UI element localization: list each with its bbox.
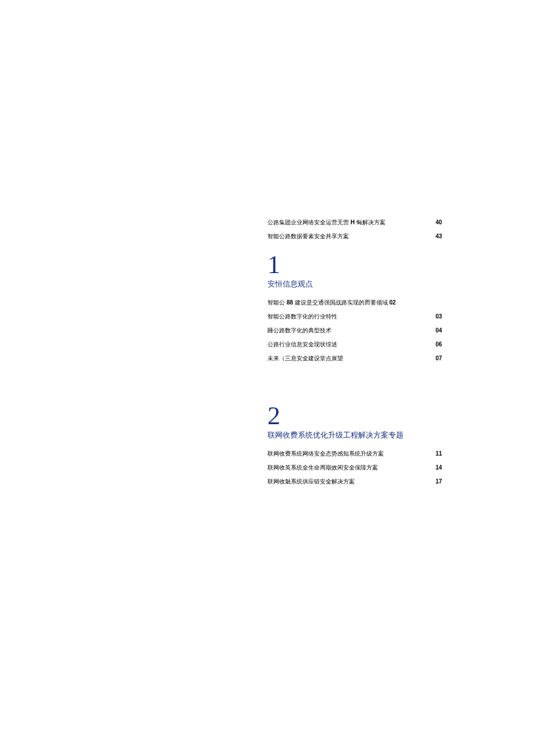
toc-page-number: 14 — [428, 464, 442, 472]
toc-label-part: 蝇解决方案 — [355, 219, 386, 225]
toc-label: 智能公路数据要素安全共享方案 — [268, 232, 428, 241]
toc-page-number: 06 — [428, 341, 442, 349]
toc-label-bold: 88 — [287, 299, 293, 306]
toc-label-part: 建设是交通强国战路实现的而要领域 — [293, 299, 390, 306]
toc-page-number: 07 — [428, 354, 442, 363]
toc-label-part: 智能公 — [268, 299, 287, 306]
toc-label: 睡公路数字化的典型技术 — [268, 327, 428, 335]
toc-entry: 公路行业信息安全现状综述 06 — [268, 341, 442, 349]
toc-label: 公路行业信息安全现状综述 — [268, 341, 428, 349]
chapter-title: 安恒信息观点 — [268, 279, 442, 289]
document-page: 公路集团企业网络安全运营无营 H 蝇解决方案 40 智能公路数据要素安全共享方案… — [0, 0, 535, 756]
toc-page-number: 11 — [428, 450, 442, 458]
chapter-title: 联网收费系统优化升级工程解决方案专题 — [268, 430, 442, 440]
toc-entry: 公路集团企业网络安全运营无营 H 蝇解决方案 40 — [268, 218, 442, 227]
toc-page-number: 04 — [428, 327, 442, 335]
chapter-number: 1 — [268, 252, 442, 278]
toc-label-bold: 02 — [389, 299, 395, 306]
toc-label: 联网收费系统网络安全态势感知系统升级方案 — [268, 450, 428, 458]
toc-label: 智能公路数字化的行业特性 — [268, 313, 428, 321]
toc-label: 联网收英系统全生命周期效闲安全保障方案 — [268, 464, 428, 472]
toc-page-number: 40 — [428, 218, 442, 227]
toc-label: 智能公 88 建设是交通强国战路实现的而要领域 02 — [268, 299, 428, 307]
toc-label: 联网收魅系统供应链安全解决方案 — [268, 478, 428, 486]
toc-entry: 睡公路数字化的典型技术 04 — [268, 327, 442, 335]
section-gap — [268, 368, 442, 392]
toc-content-block: 公路集团企业网络安全运营无营 H 蝇解决方案 40 智能公路数据要素安全共享方案… — [268, 218, 442, 486]
toc-label-bold: H — [351, 219, 355, 225]
toc-entry: 联网收魅系统供应链安全解决方案 17 — [268, 478, 442, 486]
toc-entry: 联网收英系统全生命周期效闲安全保障方案 14 — [268, 464, 442, 472]
toc-label-part: 公路集团企业网络安全运营无营 — [268, 219, 351, 225]
toc-page-number: 43 — [428, 232, 442, 241]
toc-entry: 未来（三息安全建设堂点展望 07 — [268, 354, 442, 363]
toc-entry: 智能公路数字化的行业特性 03 — [268, 313, 442, 321]
toc-page-number: 03 — [428, 313, 442, 321]
toc-entry: 联网收费系统网络安全态势感知系统升级方案 11 — [268, 450, 442, 458]
toc-entry: 智能公 88 建设是交通强国战路实现的而要领域 02 — [268, 299, 442, 307]
toc-label: 未来（三息安全建设堂点展望 — [268, 354, 428, 363]
toc-label: 公路集团企业网络安全运营无营 H 蝇解决方案 — [268, 218, 428, 227]
toc-entry: 智能公路数据要素安全共享方案 43 — [268, 232, 442, 241]
toc-page-number: 17 — [428, 478, 442, 486]
chapter-number: 2 — [268, 403, 442, 429]
